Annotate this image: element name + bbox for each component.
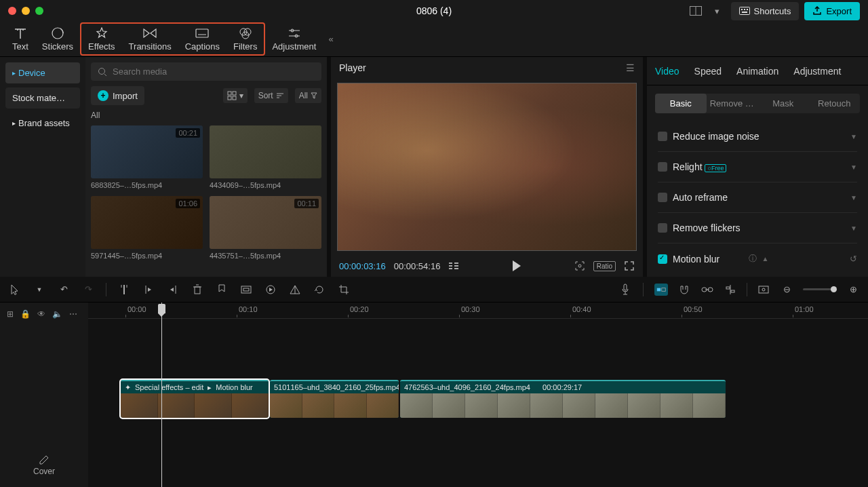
- export-button[interactable]: Export: [804, 2, 860, 20]
- layout-chevron-icon[interactable]: ▾: [709, 4, 726, 18]
- right-tab-adjustment[interactable]: Adjustment: [793, 66, 841, 77]
- subtab-retouch[interactable]: Retouch: [809, 94, 861, 113]
- toggle-relight[interactable]: [658, 162, 667, 172]
- track-add-icon[interactable]: ⊞: [7, 309, 14, 319]
- right-tab-video[interactable]: Video: [655, 66, 679, 77]
- link-tool[interactable]: [701, 286, 714, 293]
- shortcuts-button[interactable]: Shortcuts: [731, 2, 800, 20]
- chevron-down-icon[interactable]: ▼: [850, 225, 857, 232]
- track-eye-icon[interactable]: 👁: [37, 309, 45, 319]
- svg-rect-8: [196, 29, 208, 37]
- zoom-in-button[interactable]: ⊕: [846, 284, 860, 294]
- timeline-ruler[interactable]: 00:00 00:10 00:20 00:30 00:40 00:50 01:0…: [88, 303, 868, 319]
- right-tab-animation[interactable]: Animation: [736, 66, 778, 77]
- prop-autoreframe-label: Auto reframe: [673, 192, 845, 203]
- tab-filters[interactable]: Filters: [226, 24, 264, 54]
- subtab-basic[interactable]: Basic: [655, 94, 707, 113]
- tab-stickers[interactable]: Stickers: [35, 24, 80, 54]
- import-button[interactable]: + Import: [91, 86, 144, 105]
- svg-rect-21: [228, 96, 231, 100]
- timeline-tracks[interactable]: 00:00 00:10 00:20 00:30 00:40 00:50 01:0…: [88, 303, 868, 487]
- mirror-tool[interactable]: [288, 285, 302, 294]
- info-icon[interactable]: ⓘ: [749, 253, 757, 265]
- cover-label: Cover: [33, 467, 55, 476]
- timeline-clip-2[interactable]: 5101165–uhd_3840_2160_25fps.mp4: [270, 380, 399, 418]
- sidebar-stock-label: Stock mate…: [12, 93, 65, 103]
- media-item[interactable]: 00:114435751–…5fps.mp4: [210, 196, 321, 260]
- toggle-motionblur[interactable]: [658, 254, 667, 264]
- pointer-tool[interactable]: [8, 284, 22, 295]
- track-mute-icon[interactable]: 🔈: [52, 309, 62, 319]
- tab-adjustment[interactable]: Adjustment: [265, 24, 323, 54]
- adjustment-clip-tool[interactable]: [239, 286, 253, 294]
- search-media-box[interactable]: [91, 62, 321, 81]
- crop-tool[interactable]: [337, 284, 351, 295]
- search-media-input[interactable]: [113, 66, 315, 77]
- filter-all-button[interactable]: All: [295, 88, 321, 103]
- window-minimize[interactable]: [22, 7, 30, 15]
- ratio-button[interactable]: Ratio: [593, 261, 616, 271]
- subtab-mask[interactable]: Mask: [757, 94, 809, 113]
- toggle-flickers[interactable]: [658, 223, 667, 233]
- timeline-clip-1[interactable]: ✦Special effects – edit▸Motion blur: [121, 380, 269, 418]
- media-filename: 4434069–…5fps.mp4: [210, 181, 321, 189]
- tab-effects[interactable]: Effects: [81, 24, 122, 54]
- tab-transitions[interactable]: Transitions: [122, 24, 178, 54]
- magnet-tool[interactable]: [677, 284, 691, 295]
- layout-icon[interactable]: [688, 4, 704, 18]
- sidebar-item-brand[interactable]: ▸Brand assets: [5, 113, 80, 134]
- player-viewport[interactable]: [337, 83, 637, 252]
- right-tab-speed[interactable]: Speed: [694, 66, 722, 77]
- sidebar-item-device[interactable]: ▸Device: [5, 62, 80, 83]
- split-tool[interactable]: [117, 284, 131, 295]
- marker-tool[interactable]: [215, 284, 229, 294]
- media-item[interactable]: 01:065971445–…5fps.mp4: [91, 196, 203, 260]
- search-icon: [98, 67, 107, 77]
- list-view-icon[interactable]: [448, 262, 459, 270]
- timeline-clip-3[interactable]: 4762563–uhd_4096_2160_24fps.mp4 00:00:29…: [400, 380, 726, 418]
- tab-captions[interactable]: Captions: [178, 24, 226, 54]
- tab-text-label: Text: [12, 41, 28, 52]
- media-item[interactable]: 00:216883825–…5fps.mp4: [91, 125, 203, 189]
- preview-tool[interactable]: [757, 286, 770, 294]
- playhead[interactable]: [161, 303, 162, 487]
- toggle-noise[interactable]: [658, 132, 667, 141]
- trim-left-tool[interactable]: [142, 285, 155, 294]
- text-icon: [14, 26, 27, 40]
- track-lock-icon[interactable]: 🔒: [20, 309, 31, 319]
- snap-tool[interactable]: [654, 284, 668, 296]
- play-button[interactable]: [513, 260, 521, 271]
- zoom-out-button[interactable]: ⊖: [780, 284, 793, 294]
- sidebar-item-stock[interactable]: Stock mate…: [5, 87, 80, 109]
- pointer-dropdown-icon[interactable]: ▼: [33, 286, 46, 293]
- chevron-down-icon[interactable]: ▼: [850, 163, 857, 171]
- mic-icon[interactable]: [618, 284, 632, 296]
- fullscreen-icon[interactable]: [624, 260, 635, 271]
- chevron-down-icon[interactable]: ▼: [850, 194, 857, 201]
- media-item[interactable]: 4434069–…5fps.mp4: [210, 125, 321, 189]
- window-close[interactable]: [8, 7, 16, 15]
- window-maximize[interactable]: [35, 7, 43, 15]
- sort-button[interactable]: Sort: [254, 88, 288, 103]
- record-tool[interactable]: [264, 284, 277, 295]
- toggle-autoreframe[interactable]: [658, 193, 667, 202]
- delete-tool[interactable]: [191, 284, 204, 295]
- subtab-remove[interactable]: Remove …: [707, 94, 758, 113]
- tab-text[interactable]: Text: [5, 24, 35, 54]
- trim-right-tool[interactable]: [166, 285, 180, 294]
- view-grid-button[interactable]: ▾: [223, 88, 248, 103]
- rotate-tool[interactable]: [313, 284, 326, 295]
- collapse-panel-icon[interactable]: «: [323, 34, 338, 44]
- reset-icon[interactable]: ↺: [850, 254, 857, 264]
- undo-button[interactable]: ↶: [57, 284, 71, 294]
- detect-icon[interactable]: [574, 260, 585, 271]
- chevron-down-icon[interactable]: ▼: [850, 133, 857, 140]
- align-tool[interactable]: [724, 285, 737, 294]
- transitions-icon: [143, 26, 157, 40]
- cover-button[interactable]: Cover: [5, 449, 83, 482]
- zoom-slider[interactable]: [803, 288, 837, 290]
- track-more-icon[interactable]: ⋯: [69, 309, 77, 319]
- chevron-up-icon[interactable]: ▲: [762, 255, 769, 262]
- redo-button[interactable]: ↷: [81, 284, 95, 294]
- player-menu-icon[interactable]: ☰: [626, 62, 635, 73]
